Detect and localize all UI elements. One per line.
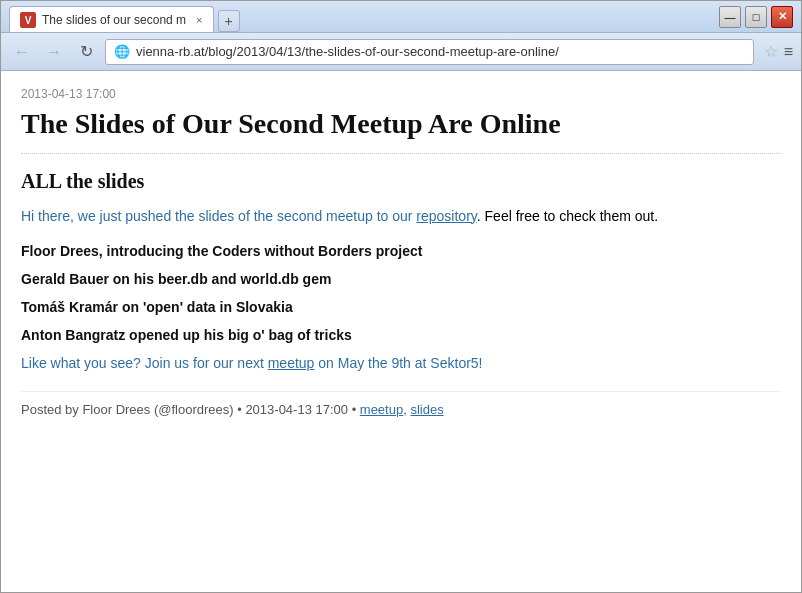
footer-meetup-link[interactable]: meetup bbox=[360, 402, 403, 417]
intro-text-after: . Feel free to check them out. bbox=[477, 208, 658, 224]
article-date: 2013-04-13 17:00 bbox=[21, 87, 781, 101]
active-tab[interactable]: V The slides of our second m × bbox=[9, 6, 214, 32]
intro-text-before: Hi there, we just pushed the slides of t… bbox=[21, 208, 416, 224]
content-wrap: 2013-04-13 17:00 The Slides of Our Secon… bbox=[1, 71, 801, 592]
speaker-3: Tomáš Kramár on 'open' data in Slovakia bbox=[21, 299, 781, 315]
repository-link[interactable]: repository bbox=[416, 208, 476, 224]
speaker-2: Gerald Bauer on his beer.db and world.db… bbox=[21, 271, 781, 287]
tab-close-button[interactable]: × bbox=[196, 14, 202, 26]
browser-window: V The slides of our second m × + — □ ✕ ←… bbox=[0, 0, 802, 593]
page-icon: 🌐 bbox=[114, 44, 130, 59]
article-title: The Slides of Our Second Meetup Are Onli… bbox=[21, 107, 781, 154]
navigation-bar: ← → ↻ 🌐 vienna-rb.at/blog/2013/04/13/the… bbox=[1, 33, 801, 71]
speaker-1: Floor Drees, introducing the Coders with… bbox=[21, 243, 781, 259]
back-button[interactable]: ← bbox=[9, 39, 35, 65]
refresh-button[interactable]: ↻ bbox=[73, 39, 99, 65]
close-button[interactable]: ✕ bbox=[771, 6, 793, 28]
speaker-4: Anton Bangratz opened up his big o' bag … bbox=[21, 327, 781, 343]
url-text: vienna-rb.at/blog/2013/04/13/the-slides-… bbox=[136, 44, 745, 59]
section-title: ALL the slides bbox=[21, 170, 781, 193]
cta-text-before: Like what you see? Join us for our next bbox=[21, 355, 268, 371]
page-content[interactable]: 2013-04-13 17:00 The Slides of Our Secon… bbox=[1, 71, 801, 592]
cta-paragraph: Like what you see? Join us for our next … bbox=[21, 355, 781, 371]
menu-button[interactable]: ≡ bbox=[784, 43, 793, 61]
tab-favicon: V bbox=[20, 12, 36, 28]
footer-slides-link[interactable]: slides bbox=[410, 402, 443, 417]
new-tab-button[interactable]: + bbox=[218, 10, 240, 32]
article-footer: Posted by Floor Drees (@floordrees) • 20… bbox=[21, 391, 781, 417]
tab-area: V The slides of our second m × + bbox=[9, 1, 711, 32]
cta-text-after: on May the 9th at Sektor5! bbox=[314, 355, 482, 371]
window-controls: — □ ✕ bbox=[719, 6, 793, 28]
tab-title: The slides of our second m bbox=[42, 13, 186, 27]
forward-button[interactable]: → bbox=[41, 39, 67, 65]
meetup-link[interactable]: meetup bbox=[268, 355, 315, 371]
address-bar[interactable]: 🌐 vienna-rb.at/blog/2013/04/13/the-slide… bbox=[105, 39, 754, 65]
minimize-button[interactable]: — bbox=[719, 6, 741, 28]
intro-paragraph: Hi there, we just pushed the slides of t… bbox=[21, 205, 781, 227]
title-bar: V The slides of our second m × + — □ ✕ bbox=[1, 1, 801, 33]
svg-text:V: V bbox=[25, 15, 32, 26]
maximize-button[interactable]: □ bbox=[745, 6, 767, 28]
bookmark-button[interactable]: ☆ bbox=[764, 42, 778, 61]
footer-text: Posted by Floor Drees (@floordrees) • 20… bbox=[21, 402, 360, 417]
